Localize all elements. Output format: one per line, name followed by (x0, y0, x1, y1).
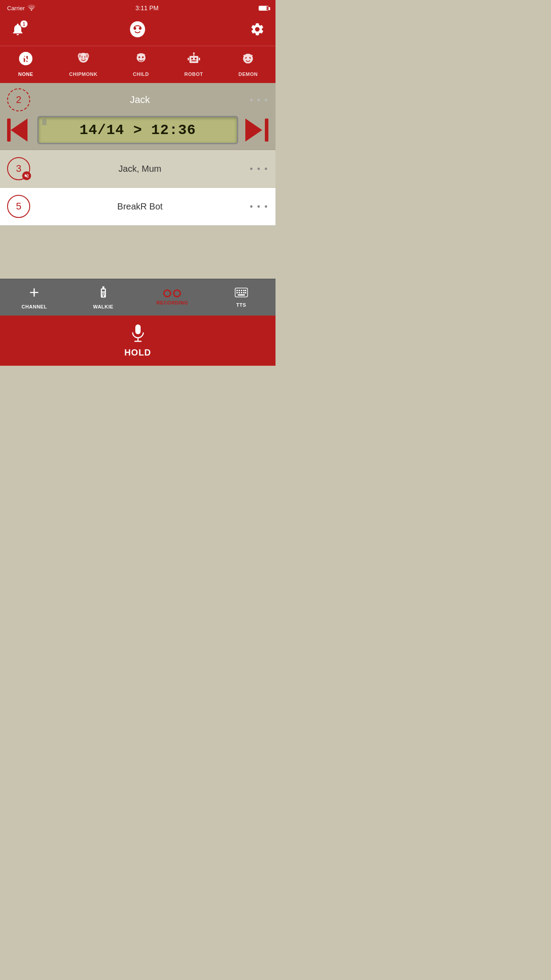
channel-button-label: CHANNEL (22, 304, 47, 309)
filter-robot[interactable]: ROBOT (185, 51, 203, 77)
walkie-button-label: WALKIE (93, 304, 114, 309)
filter-chipmonk[interactable]: CHIPMONK (69, 51, 98, 77)
wifi-icon (28, 4, 35, 12)
keyboard-icon (235, 287, 248, 300)
playback-controls: 14/14 > 12:36 (7, 116, 268, 144)
channel-more-jackmum[interactable]: • • • (250, 164, 268, 174)
walkie-button[interactable]: WALKIE (69, 279, 138, 316)
svg-rect-41 (239, 292, 240, 293)
svg-point-33 (102, 295, 104, 296)
spacer (0, 225, 276, 279)
prev-button[interactable] (7, 119, 30, 142)
filter-demon-label: DEMON (239, 71, 258, 77)
recording-button-label: RECORDING (156, 300, 188, 305)
channel-item-5: 5 BreakR Bot • • • (0, 188, 276, 225)
voice-filter-bar: NONE CHIPMONK (0, 46, 276, 83)
child-icon (133, 51, 149, 70)
walkie-icon (97, 285, 110, 301)
svg-rect-18 (195, 58, 197, 59)
svg-point-21 (193, 52, 195, 54)
channel-name-jack: Jack (30, 94, 250, 106)
lcd-display: 14/14 > 12:36 (37, 116, 238, 144)
svg-rect-45 (238, 294, 245, 296)
recording-icon (163, 289, 181, 297)
microphone-icon (130, 324, 146, 344)
channel-number-2: 2 (7, 88, 30, 111)
svg-rect-30 (102, 293, 105, 294)
svg-point-14 (138, 56, 140, 58)
svg-rect-43 (243, 292, 244, 293)
svg-point-15 (142, 56, 144, 58)
next-button[interactable] (245, 119, 268, 142)
chipmonk-icon (75, 51, 91, 70)
svg-rect-42 (241, 292, 242, 293)
filter-chipmonk-label: CHIPMONK (69, 71, 98, 77)
svg-rect-28 (102, 289, 105, 292)
svg-rect-32 (102, 286, 104, 288)
svg-rect-36 (239, 290, 240, 291)
svg-rect-19 (191, 60, 197, 61)
filter-robot-label: ROBOT (185, 71, 203, 77)
recording-button[interactable]: RECORDING (138, 279, 207, 316)
app-header: 1 (0, 16, 276, 46)
svg-rect-23 (199, 58, 200, 60)
battery-icon (259, 6, 268, 11)
lcd-text: 14/14 > 12:36 (79, 122, 196, 138)
svg-rect-40 (236, 292, 238, 293)
tts-button[interactable]: TTS (207, 279, 276, 316)
status-time: 3:11 PM (135, 4, 158, 12)
svg-rect-22 (188, 58, 189, 60)
svg-point-1 (139, 27, 142, 30)
channel-button[interactable]: CHANNEL (0, 279, 69, 316)
settings-icon[interactable] (250, 22, 265, 40)
svg-point-12 (84, 58, 85, 59)
channel-item-3: 3 Jack, Mum • • • (0, 150, 276, 188)
svg-point-0 (134, 27, 136, 30)
filter-none-label: NONE (18, 71, 33, 77)
channel-more-jack[interactable]: • • • (250, 95, 268, 105)
svg-rect-39 (245, 290, 246, 291)
svg-rect-44 (245, 292, 246, 293)
svg-point-9 (79, 54, 81, 58)
status-bar: Carrier 3:11 PM (0, 0, 276, 16)
svg-point-10 (86, 54, 88, 58)
channel-number-5: 5 (7, 195, 30, 218)
svg-rect-17 (191, 58, 193, 59)
svg-rect-16 (189, 56, 198, 63)
plus-icon (27, 285, 41, 301)
hold-button-label: HOLD (124, 348, 151, 358)
carrier-text: Carrier (7, 5, 25, 12)
demon-icon (240, 51, 256, 70)
channel-number-3: 3 (7, 157, 30, 180)
svg-rect-29 (102, 292, 105, 293)
svg-rect-31 (102, 295, 105, 295)
tts-button-label: TTS (236, 302, 246, 308)
svg-point-11 (81, 58, 83, 59)
notification-count: 1 (20, 20, 28, 28)
bottom-toolbar: CHANNEL WALKIE RECORDING (0, 279, 276, 316)
channel-name-breakrbot: BreakR Bot (35, 202, 244, 212)
app-logo-icon (128, 20, 147, 42)
none-icon (18, 51, 34, 70)
active-channel-header: 2 Jack • • • (7, 88, 268, 111)
robot-icon (186, 51, 202, 70)
filter-child[interactable]: CHILD (133, 51, 149, 77)
filter-child-label: CHILD (133, 71, 149, 77)
status-left: Carrier (7, 4, 35, 12)
channel-item-active: 2 Jack • • • 14/14 > 12:36 (0, 83, 276, 150)
hold-button[interactable]: HOLD (0, 316, 276, 366)
channel-more-breakrbot[interactable]: • • • (250, 202, 268, 212)
svg-rect-37 (241, 290, 242, 291)
notification-bell[interactable]: 1 (11, 22, 25, 40)
svg-rect-46 (135, 324, 141, 334)
filter-demon[interactable]: DEMON (239, 51, 258, 77)
filter-none[interactable]: NONE (18, 51, 34, 77)
svg-rect-35 (236, 290, 238, 291)
channel-name-jackmum: Jack, Mum (35, 164, 244, 174)
mute-badge (22, 171, 31, 180)
status-right (259, 6, 268, 11)
svg-rect-38 (243, 290, 244, 291)
